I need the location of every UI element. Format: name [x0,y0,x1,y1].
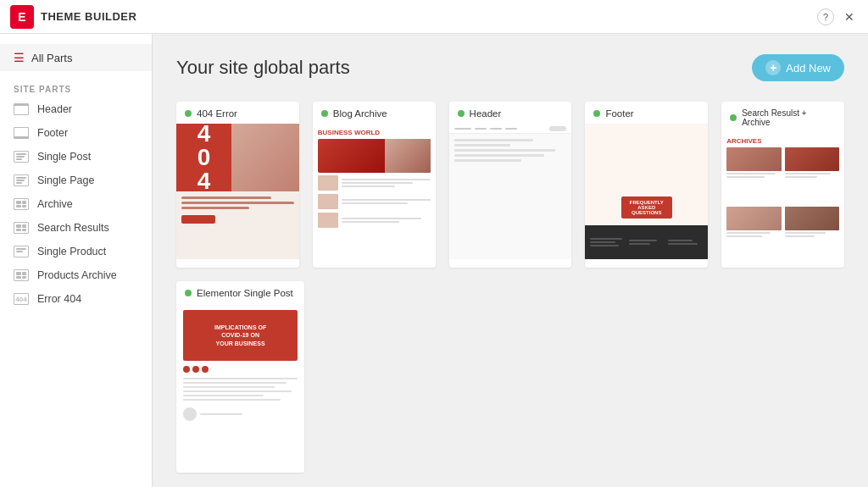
status-dot-single-post [185,290,192,296]
status-dot-footer [593,110,600,117]
add-new-button[interactable]: + Add New [752,54,844,81]
card-single-post-label: Elementor Single Post [176,281,304,303]
topbar-right: ? ✕ [817,8,858,25]
sidebar-item-products-archive-label: Products Archive [37,269,117,281]
help-button[interactable]: ? [817,8,834,25]
page-title: Your site global parts [176,57,350,79]
elementor-logo: E [10,5,34,29]
card-search-label: Search Resulst + Archive [721,102,844,132]
sidebar-item-footer[interactable]: Footer [0,121,152,145]
card-footer[interactable]: Footer FREQUENTLYASKEDQUESTIONS [585,102,708,268]
sidebar-item-archive-label: Archive [37,198,73,210]
sidebar-item-products-archive[interactable]: Products Archive [0,263,152,287]
status-dot-blog [321,110,328,117]
card-single-post-thumbnail: IMPLICATIONS OFCOVID-19 ONYOUR BUSINESS [176,303,304,473]
sidebar-item-archive[interactable]: Archive [0,192,152,216]
status-dot-header [458,110,465,117]
status-dot-search [730,114,737,121]
card-header-label: Header [449,102,572,124]
app-title: THEME BUILDER [41,10,136,23]
main-layout: ☰ All Parts SITE PARTS Header Footer Sin… [0,34,868,487]
sidebar: ☰ All Parts SITE PARTS Header Footer Sin… [0,34,153,487]
card-search-thumbnail: ARCHIVES [721,132,844,268]
sidebar-item-single-product-label: Single Product [37,246,106,257]
single-product-nav-icon [14,246,29,257]
card-header-thumbnail [449,124,572,259]
topbar-left: E THEME BUILDER [10,5,136,29]
sidebar-item-error-404-label: Error 404 [37,293,81,305]
sidebar-item-single-product[interactable]: Single Product [0,240,152,263]
products-archive-nav-icon [14,269,29,281]
card-blog-archive[interactable]: Blog Archive BUSINESS WORLD [313,102,436,268]
add-new-label: Add New [786,62,831,75]
content-header: Your site global parts + Add New [176,54,844,81]
plus-circle-icon: + [765,60,781,75]
sidebar-section-label: SITE PARTS [0,78,152,97]
card-search-archive[interactable]: Search Resulst + Archive ARCHIVES [721,102,844,268]
all-parts-nav-item[interactable]: ☰ All Parts [0,44,152,71]
card-header[interactable]: Header [449,102,572,268]
sidebar-item-error-404[interactable]: 404 Error 404 [0,287,152,311]
sidebar-item-search-results-label: Search Results [37,222,109,234]
archive-nav-icon [14,198,29,210]
card-blog-thumbnail: BUSINESS WORLD [313,124,436,259]
header-nav-icon [14,103,29,115]
sidebar-item-single-post-label: Single Post [37,151,91,163]
content-area: Your site global parts + Add New 404 Err… [153,34,868,487]
sidebar-item-header-label: Header [37,103,72,115]
cards-grid: 404 Error 404 [176,102,844,268]
sidebar-item-footer-label: Footer [37,127,68,139]
close-button[interactable]: ✕ [841,8,858,25]
sidebar-item-search-results[interactable]: Search Results [0,216,152,240]
sidebar-item-header[interactable]: Header [0,97,152,121]
all-parts-label: All Parts [31,52,72,64]
topbar: E THEME BUILDER ? ✕ [0,0,868,34]
status-dot-404 [185,110,192,117]
cards-row-2: Elementor Single Post IMPLICATIONS OFCOV… [176,281,844,473]
card-404-thumbnail: 404 [176,124,299,259]
card-404-error[interactable]: 404 Error 404 [176,102,299,268]
card-footer-thumbnail: FREQUENTLYASKEDQUESTIONS [585,124,708,259]
error-404-nav-icon: 404 [14,293,29,305]
sidebar-item-single-page[interactable]: Single Page [0,169,152,192]
sidebar-item-single-page-label: Single Page [37,174,94,186]
card-blog-label: Blog Archive [313,102,436,124]
card-elementor-single-post[interactable]: Elementor Single Post IMPLICATIONS OFCOV… [176,281,304,473]
filter-icon: ☰ [14,51,25,64]
single-post-nav-icon [14,151,29,163]
search-results-nav-icon [14,222,29,234]
single-page-nav-icon [14,174,29,186]
card-footer-label: Footer [585,102,708,124]
footer-nav-icon [14,127,29,139]
card-404-label: 404 Error [176,102,299,124]
sidebar-item-single-post[interactable]: Single Post [0,145,152,169]
